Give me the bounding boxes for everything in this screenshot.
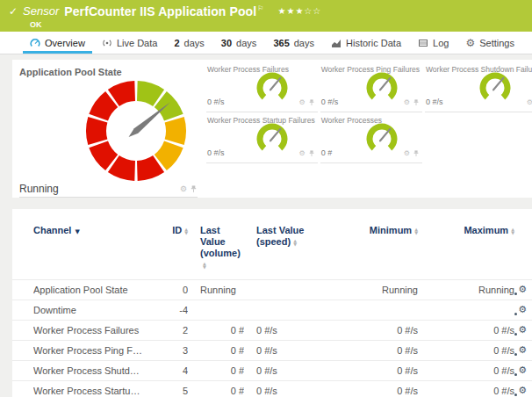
channel-name[interactable]: Worker Process Startup Failures: [33, 381, 144, 397]
pin-icon[interactable]: [308, 150, 315, 157]
tab-label: Log: [433, 38, 449, 48]
pin-icon[interactable]: [308, 99, 315, 106]
column-header-minimum[interactable]: Minimum▲▼: [313, 225, 418, 236]
gauge-icon: [30, 38, 40, 48]
column-sublabel: (volume): [200, 248, 241, 258]
minimum-value: 0 #/s: [313, 381, 418, 397]
worker-process-shutdown-failures-gauge-tile: Worker Process Shutdown Failures 0 #/s ⚙: [425, 62, 532, 112]
sensor-kind-label: Sensor: [23, 4, 59, 18]
gear-icon[interactable]: ⚙: [299, 150, 306, 157]
channel-settings-gears-icon[interactable]: ⚙: [514, 365, 527, 377]
gear-icon[interactable]: ⚙: [527, 99, 532, 106]
channel-settings-gears-icon[interactable]: ⚙: [514, 344, 527, 357]
table-row-worker-process-startup-failures[interactable]: Worker Process Startup Failures 5 0 # 0 …: [12, 381, 532, 397]
minimum-value: 0 #/s: [313, 321, 418, 340]
gear-icon[interactable]: ⚙: [404, 99, 410, 106]
last-value-volume: Running: [188, 280, 244, 300]
column-header-id[interactable]: ID▲▼: [144, 225, 188, 236]
arc-gauge-svg: [255, 70, 290, 105]
minimum-value: Running: [313, 280, 418, 300]
channel-name[interactable]: Worker Process Failures: [33, 321, 144, 340]
settings-gear-icon: ⚙: [465, 38, 475, 48]
application-pool-state-gauge: [12, 77, 205, 183]
gauge-value: 0 #/s: [207, 148, 225, 157]
channel-name[interactable]: Worker Process Shutdown Failures: [33, 361, 144, 380]
last-value-speed: 0 #/s: [244, 381, 313, 397]
priority-star-rating[interactable]: ★★★☆☆: [277, 6, 321, 16]
table-row-downtime[interactable]: Downtime -4 ⚙: [12, 300, 532, 321]
tab-label: Live Data: [117, 38, 157, 48]
table-row-worker-process-failures[interactable]: Worker Process Failures 2 0 # 0 #/s 0 #/…: [12, 321, 532, 341]
maximum-value: 0 #/s: [418, 361, 514, 380]
tab-label: Historic Data: [346, 38, 401, 48]
channel-settings-gears-icon[interactable]: ⚙: [514, 324, 527, 336]
tab-2-days[interactable]: 2 days: [169, 32, 209, 54]
minimum-value: 0 #/s: [313, 361, 418, 380]
tab-historic-data[interactable]: Historic Data: [326, 32, 406, 54]
tab-live-data[interactable]: Live Data: [97, 32, 162, 54]
channel-settings-gears-icon[interactable]: ⚙: [514, 385, 527, 397]
column-header-maximum[interactable]: Maximum▲▼: [418, 225, 514, 236]
tab-label-bold: 30: [221, 38, 232, 48]
channel-id: 0: [144, 280, 188, 300]
worker-process-ping-failures-gauge-tile: Worker Process Ping Failures 0 #/s ⚙: [320, 62, 422, 112]
last-value-speed: 0 #/s: [244, 321, 313, 340]
last-value-speed: 0 #/s: [244, 361, 313, 380]
tab-365-days[interactable]: 365 days: [268, 32, 320, 54]
gear-icon[interactable]: ⚙: [299, 99, 306, 106]
pin-icon[interactable]: [190, 185, 198, 193]
tab-label: days: [236, 38, 256, 48]
table-row-worker-process-shutdown-failures[interactable]: Worker Process Shutdown Failures 4 0 # 0…: [12, 361, 532, 381]
channel-settings-gears-icon[interactable]: ⚙: [514, 284, 527, 296]
column-header-last-value-volume[interactable]: Last Value(volume)▲▼: [188, 225, 244, 271]
maximum-value: Running: [418, 280, 514, 300]
channel-id: 4: [144, 361, 188, 380]
channel-name[interactable]: Downtime: [33, 300, 144, 320]
channel-name[interactable]: Application Pool State: [33, 280, 144, 300]
table-row-application-pool-state[interactable]: Application Pool State 0 Running Running…: [12, 280, 532, 300]
sensor-title-text: PerfCounter IIS Application Pool: [64, 4, 256, 18]
table-row-worker-process-ping-failures[interactable]: Worker Process Ping Failures 3 0 # 0 #/s…: [12, 341, 532, 361]
maximum-value: 0 #/s: [418, 381, 514, 397]
gear-icon[interactable]: ⚙: [180, 185, 187, 193]
arc-gauge-svg: [255, 121, 290, 156]
sort-toggle-icon: ▲▼: [203, 262, 206, 270]
channels-table-panel: Channel▼ ID▲▼ Last Value(volume)▲▼ Last …: [12, 209, 532, 397]
worker-process-startup-failures-gauge-tile: Worker Process Startup Failures 0 #/s ⚙: [206, 113, 318, 163]
channel-id: 3: [144, 341, 188, 360]
gauge-value: 0 #/s: [321, 97, 339, 106]
column-header-last-value-speed[interactable]: Last Value(speed)▲▼: [244, 225, 313, 248]
log-table-icon: [418, 38, 428, 48]
pin-icon[interactable]: [413, 150, 420, 157]
gear-icon[interactable]: ⚙: [404, 150, 410, 157]
last-value-volume: 0 #: [188, 321, 244, 340]
tab-overview[interactable]: Overview: [25, 32, 90, 54]
column-label: Maximum: [464, 225, 508, 235]
sort-toggle-icon: ▲▼: [293, 239, 297, 247]
gauge-value: 0 #: [321, 148, 333, 157]
application-pool-state-gauge-tile: Application Pool State Running ⚙: [12, 60, 205, 198]
column-label: ID: [172, 225, 182, 235]
pin-icon[interactable]: [413, 99, 420, 106]
channel-name[interactable]: Worker Process Ping Failures: [33, 341, 144, 360]
tab-30-days[interactable]: 30 days: [216, 32, 262, 54]
chart-icon: [331, 38, 341, 48]
last-value-speed: 0 #/s: [244, 341, 313, 360]
column-header-channel[interactable]: Channel▼: [33, 225, 144, 238]
sort-toggle-icon: ▲▼: [511, 227, 514, 235]
tab-label: Overview: [45, 38, 85, 48]
ok-checkmark-icon: ✓: [9, 5, 18, 18]
status-badge: OK: [30, 20, 523, 29]
arc-gauge-svg: [364, 121, 399, 156]
flag-icon[interactable]: ⚐: [257, 4, 263, 12]
tab-log[interactable]: Log: [413, 32, 454, 54]
last-value-volume: 0 #: [188, 381, 244, 397]
column-label: Channel: [33, 225, 71, 235]
channel-settings-gears-icon[interactable]: ⚙: [514, 304, 527, 316]
arc-gauge-svg: [478, 70, 513, 105]
tab-settings[interactable]: ⚙ Settings: [460, 32, 520, 54]
tab-label: Settings: [479, 38, 514, 48]
worker-processes-gauge-tile: Worker Processes 0 # ⚙: [320, 113, 422, 163]
column-sublabel: (speed): [256, 236, 291, 247]
column-label: Last Value: [256, 225, 304, 235]
